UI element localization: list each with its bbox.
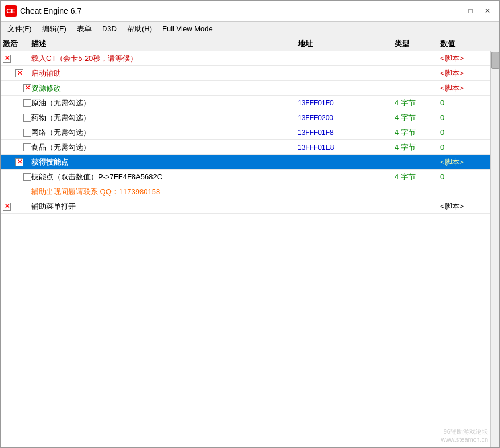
cell-desc: 辅助出现问题请联系 QQ：1173980158: [31, 187, 298, 197]
cell-addr: 13FFF01E8: [298, 143, 395, 151]
table-row[interactable]: 辅助出现问题请联系 QQ：1173980158: [1, 184, 499, 199]
menu-d3d[interactable]: D3D: [97, 23, 121, 34]
maximize-button[interactable]: □: [463, 5, 478, 17]
table-row[interactable]: 技能点（双击数值）P->7FF4F8A5682C 4 字节 0: [1, 170, 499, 184]
app-icon: CE: [5, 5, 17, 17]
cell-val: <脚本>: [440, 202, 497, 212]
script-tag: <脚本>: [440, 69, 464, 77]
scrollbar[interactable]: [490, 51, 499, 447]
cell-active: [3, 84, 31, 92]
val-text: 0: [440, 98, 444, 107]
cell-val: <脚本>: [440, 54, 497, 64]
row-checkbox[interactable]: [23, 129, 31, 137]
cell-val: <脚本>: [440, 68, 497, 79]
cell-active: [3, 203, 31, 211]
cell-active: [3, 129, 31, 137]
table-row[interactable]: 药物（无需勾选） 13FFF0200 4 字节 0: [1, 110, 499, 125]
desc-text: 资源修改: [31, 84, 61, 92]
addr-text: 13FFF01F0: [298, 99, 334, 107]
menu-table[interactable]: 表单: [72, 23, 96, 35]
col-header-addr: 地址: [298, 39, 395, 49]
app-title: Cheat Engine 6.7: [20, 6, 81, 15]
script-tag: <脚本>: [440, 202, 464, 211]
menu-file[interactable]: 文件(F): [3, 23, 36, 35]
script-tag: <脚本>: [440, 54, 464, 63]
desc-text: 获得技能点: [31, 158, 68, 166]
cell-active: [3, 173, 31, 181]
menu-fullview[interactable]: Full View Mode: [158, 23, 218, 34]
script-tag: <脚本>: [440, 158, 464, 166]
scrollbar-thumb[interactable]: [491, 52, 499, 69]
menu-help[interactable]: 帮助(H): [122, 23, 157, 35]
val-text: 0: [440, 143, 444, 151]
cell-desc: 网络（无需勾选）: [31, 128, 298, 138]
cell-desc: 载入CT（会卡5-20秒，请等候）: [31, 54, 298, 64]
cell-desc: 原油（无需勾选）: [31, 98, 298, 108]
col-header-type: 类型: [395, 39, 440, 49]
type-text: 4 字节: [395, 128, 416, 137]
desc-text: 载入CT（会卡5-20秒，请等候）: [31, 54, 137, 63]
cell-active: [3, 158, 31, 166]
row-checkbox[interactable]: [23, 114, 31, 122]
cell-active: [3, 99, 31, 107]
type-text: 4 字节: [395, 143, 416, 151]
col-header-desc: 描述: [31, 39, 298, 49]
cell-desc: 资源修改: [31, 83, 298, 93]
cell-val: 0: [440, 128, 497, 137]
cell-val: <脚本>: [440, 157, 497, 167]
close-button[interactable]: ✕: [480, 5, 495, 17]
row-checkbox[interactable]: [3, 55, 11, 63]
row-checkbox[interactable]: [23, 99, 31, 107]
main-window: CE Cheat Engine 6.7 — □ ✕ 文件(F) 编辑(E) 表单…: [0, 0, 500, 448]
table-row[interactable]: 资源修改 <脚本>: [1, 81, 499, 96]
cell-active: [3, 55, 31, 63]
desc-text: 食品（无需勾选）: [31, 143, 91, 151]
menu-edit[interactable]: 编辑(E): [38, 23, 71, 35]
cell-type: 4 字节: [395, 98, 440, 108]
row-checkbox[interactable]: [15, 158, 23, 166]
table-row[interactable]: 启动辅助 <脚本>: [1, 66, 499, 81]
desc-text: 启动辅助: [31, 69, 61, 77]
cell-active: [3, 114, 31, 122]
table-scroll[interactable]: 载入CT（会卡5-20秒，请等候） <脚本> 启动辅助: [1, 51, 499, 447]
cell-type: 4 字节: [395, 172, 440, 182]
desc-text: 药物（无需勾选）: [31, 113, 91, 122]
table-row[interactable]: 获得技能点 <脚本>: [1, 155, 499, 170]
desc-text: 辅助出现问题请联系 QQ：1173980158: [31, 187, 160, 196]
cell-addr: 13FFF0200: [298, 114, 395, 122]
val-text: 0: [440, 172, 444, 181]
cell-active: [3, 69, 31, 77]
cell-val: 0: [440, 172, 497, 181]
column-header: 激活 描述 地址 类型 数值: [1, 36, 499, 51]
row-checkbox[interactable]: [15, 69, 23, 77]
minimize-button[interactable]: —: [446, 5, 461, 17]
table-row[interactable]: 原油（无需勾选） 13FFF01F0 4 字节 0: [1, 96, 499, 110]
table-row[interactable]: 载入CT（会卡5-20秒，请等候） <脚本>: [1, 51, 499, 66]
addr-text: 13FFF01F8: [298, 129, 334, 137]
type-text: 4 字节: [395, 98, 416, 107]
cell-val: <脚本>: [440, 83, 497, 93]
cell-type: 4 字节: [395, 142, 440, 153]
table-row[interactable]: 网络（无需勾选） 13FFF01F8 4 字节 0: [1, 125, 499, 140]
desc-text: 网络（无需勾选）: [31, 128, 91, 137]
table-row[interactable]: 辅助菜单打开 <脚本>: [1, 199, 499, 214]
cell-val: 0: [440, 113, 497, 122]
row-checkbox[interactable]: [23, 143, 31, 151]
table-area: 载入CT（会卡5-20秒，请等候） <脚本> 启动辅助: [1, 51, 499, 447]
row-checkbox[interactable]: [23, 173, 31, 181]
val-text: 0: [440, 113, 444, 122]
script-tag: <脚本>: [440, 84, 464, 92]
cell-type: 4 字节: [395, 128, 440, 138]
addr-text: 13FFF0200: [298, 114, 333, 122]
table-row[interactable]: 食品（无需勾选） 13FFF01E8 4 字节 0: [1, 140, 499, 155]
type-text: 4 字节: [395, 113, 416, 122]
cell-active: [3, 143, 31, 151]
cell-val: 0: [440, 98, 497, 107]
row-checkbox[interactable]: [23, 84, 31, 92]
val-text: 0: [440, 128, 444, 137]
col-header-val: 数值: [440, 39, 497, 49]
menu-bar: 文件(F) 编辑(E) 表单 D3D 帮助(H) Full View Mode: [1, 22, 499, 36]
title-bar: CE Cheat Engine 6.7 — □ ✕: [1, 1, 499, 22]
row-checkbox[interactable]: [3, 203, 11, 211]
window-controls: — □ ✕: [446, 5, 495, 17]
